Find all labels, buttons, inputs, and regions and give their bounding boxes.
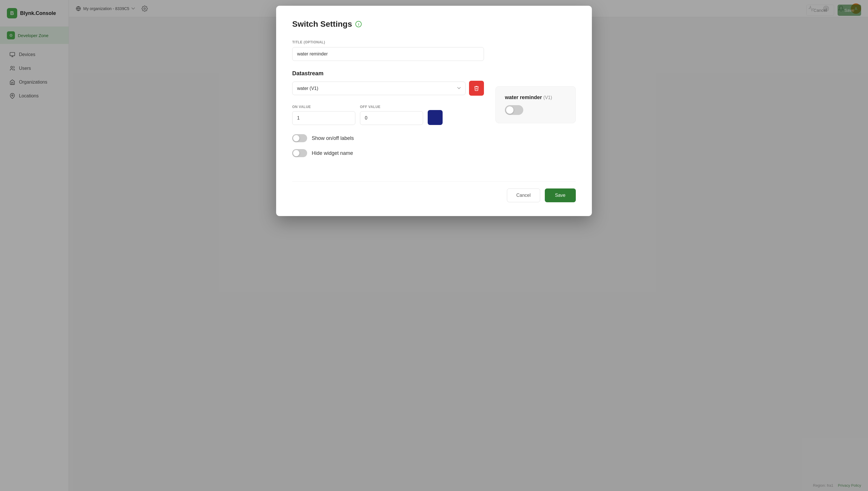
off-value-label: OFF VALUE	[360, 105, 423, 109]
datastream-row: water (V1)	[292, 81, 484, 96]
datastream-select[interactable]: water (V1)	[292, 82, 466, 95]
on-value-input[interactable]	[292, 111, 355, 125]
hide-widget-name-text: Hide widget name	[312, 150, 353, 156]
value-row: ON VALUE OFF VALUE	[292, 105, 484, 125]
hide-widget-name-row: Hide widget name	[292, 149, 484, 157]
color-picker-button[interactable]	[428, 110, 443, 125]
off-value-group: OFF VALUE	[360, 105, 423, 125]
datastream-section: Datastream water (V1)	[292, 70, 484, 96]
modal-title-row: Switch Settings i	[292, 20, 576, 29]
off-value-input[interactable]	[360, 111, 423, 125]
widget-preview-datastream: (V1)	[544, 95, 552, 100]
modal-left: TITLE (OPTIONAL) Datastream water (V1)	[292, 40, 484, 164]
modal-footer: Cancel Save	[292, 181, 576, 202]
widget-preview: water reminder (V1)	[495, 86, 576, 123]
modal-title: Switch Settings	[292, 20, 352, 29]
title-label: TITLE (OPTIONAL)	[292, 40, 484, 44]
delete-datastream-button[interactable]	[469, 81, 484, 96]
widget-preview-toggle	[505, 105, 523, 115]
modal-overlay: Switch Settings i TITLE (OPTIONAL) Datas…	[0, 0, 868, 491]
widget-preview-title: water reminder (V1)	[505, 94, 566, 100]
info-icon[interactable]: i	[355, 21, 362, 27]
save-button[interactable]: Save	[545, 189, 576, 202]
show-labels-text: Show on/off labels	[312, 135, 354, 141]
switch-settings-modal: Switch Settings i TITLE (OPTIONAL) Datas…	[276, 6, 592, 216]
modal-body: TITLE (OPTIONAL) Datastream water (V1)	[292, 40, 576, 164]
hide-widget-name-toggle[interactable]	[292, 149, 307, 157]
cancel-button[interactable]: Cancel	[507, 189, 540, 202]
on-value-label: ON VALUE	[292, 105, 355, 109]
title-input[interactable]	[292, 47, 484, 61]
show-labels-toggle[interactable]	[292, 134, 307, 142]
modal-right: water reminder (V1)	[495, 40, 576, 164]
on-value-group: ON VALUE	[292, 105, 355, 125]
datastream-label: Datastream	[292, 70, 484, 77]
title-section: TITLE (OPTIONAL)	[292, 40, 484, 61]
show-labels-row: Show on/off labels	[292, 134, 484, 142]
